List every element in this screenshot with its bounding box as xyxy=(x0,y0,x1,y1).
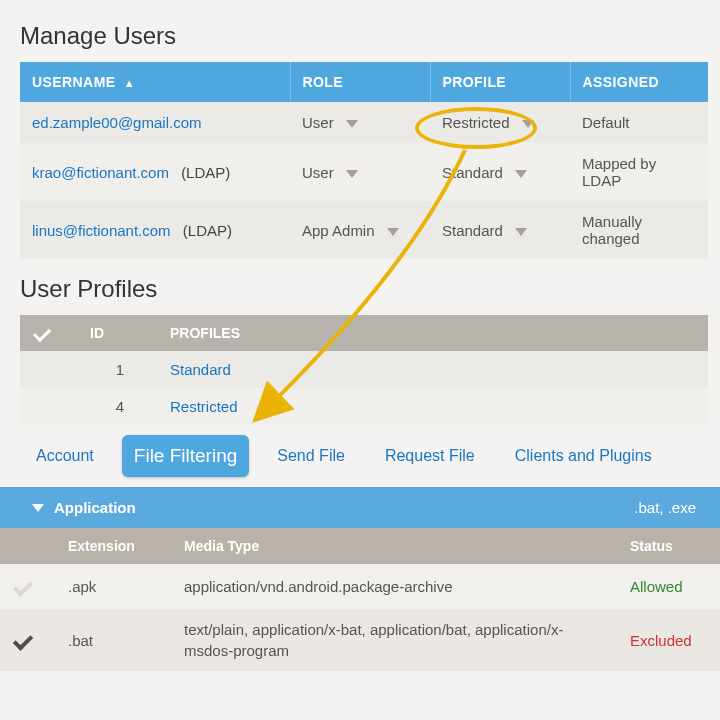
ldap-tag: (LDAP) xyxy=(183,222,232,239)
filter-row-checkbox[interactable] xyxy=(0,618,58,663)
role-dropdown[interactable]: App Admin xyxy=(302,222,399,239)
caret-down-icon xyxy=(522,120,534,128)
tab-file-filtering[interactable]: File Filtering xyxy=(122,435,249,477)
tab-send-file[interactable]: Send File xyxy=(265,437,357,475)
role-value: App Admin xyxy=(302,222,375,239)
col-header-username[interactable]: USERNAME ▲ xyxy=(20,62,290,102)
profile-value: Standard xyxy=(442,222,503,239)
check-icon xyxy=(33,324,51,342)
user-row: ed.zample00@gmail.com User Restricted De… xyxy=(20,102,708,143)
caret-down-icon xyxy=(387,228,399,236)
role-dropdown[interactable]: User xyxy=(302,164,358,181)
file-filter-header: Extension Media Type Status xyxy=(0,528,720,564)
filter-row-checkbox[interactable] xyxy=(0,564,58,609)
profile-dropdown[interactable]: Standard xyxy=(442,222,527,239)
user-row: linus@fictionant.com (LDAP) App Admin St… xyxy=(20,201,708,259)
profile-dropdown[interactable]: Standard xyxy=(442,164,527,181)
username-link[interactable]: krao@fictionant.com xyxy=(32,164,169,181)
profile-row: 1 Standard xyxy=(20,351,708,388)
profile-value: Restricted xyxy=(442,114,510,131)
col-header-role[interactable]: ROLE xyxy=(290,62,430,102)
profiles-header-row: ID PROFILES xyxy=(20,315,708,351)
role-value: User xyxy=(302,114,334,131)
filter-status: Allowed xyxy=(620,564,720,609)
check-icon xyxy=(13,630,34,651)
profiles-select-all[interactable] xyxy=(20,315,80,351)
user-row: krao@fictionant.com (LDAP) User Standard… xyxy=(20,143,708,201)
filter-row: .bat text/plain, application/x-bat, appl… xyxy=(0,609,720,671)
filter-media-type: text/plain, application/x-bat, applicati… xyxy=(174,609,620,671)
assigned-value: Manually changed xyxy=(570,201,708,259)
col-header-username-label: USERNAME xyxy=(32,74,115,90)
profile-row: 4 Restricted xyxy=(20,388,708,425)
assigned-value: Default xyxy=(570,102,708,143)
check-icon xyxy=(13,576,34,597)
filter-status: Excluded xyxy=(620,618,720,663)
col-header-assigned[interactable]: ASSIGNED xyxy=(570,62,708,102)
profile-id: 1 xyxy=(80,351,160,388)
caret-down-icon xyxy=(346,120,358,128)
profile-tabs: Account File Filtering Send File Request… xyxy=(20,435,708,477)
filter-extension: .apk xyxy=(58,564,174,609)
profile-id: 4 xyxy=(80,388,160,425)
col-header-extension[interactable]: Extension xyxy=(58,528,174,564)
caret-down-icon xyxy=(515,170,527,178)
col-header-profile[interactable]: PROFILE xyxy=(430,62,570,102)
col-header-id[interactable]: ID xyxy=(80,315,160,351)
profile-value: Standard xyxy=(442,164,503,181)
application-group-bar[interactable]: Application .bat, .exe xyxy=(0,487,720,528)
role-value: User xyxy=(302,164,334,181)
role-dropdown[interactable]: User xyxy=(302,114,358,131)
caret-down-icon xyxy=(346,170,358,178)
chevron-down-icon xyxy=(32,504,44,512)
profile-link-standard[interactable]: Standard xyxy=(170,361,231,378)
profile-row-checkbox[interactable] xyxy=(20,388,80,425)
profile-dropdown[interactable]: Restricted xyxy=(442,114,534,131)
tab-clients-plugins[interactable]: Clients and Plugins xyxy=(503,437,664,475)
username-link[interactable]: linus@fictionant.com xyxy=(32,222,171,239)
filter-extension: .bat xyxy=(58,618,174,663)
caret-down-icon xyxy=(515,228,527,236)
tab-request-file[interactable]: Request File xyxy=(373,437,487,475)
col-header-profiles[interactable]: PROFILES xyxy=(160,315,708,351)
col-header-media-type[interactable]: Media Type xyxy=(174,528,620,564)
manage-users-title: Manage Users xyxy=(20,22,708,50)
ldap-tag: (LDAP) xyxy=(181,164,230,181)
filter-media-type: application/vnd.android.package-archive xyxy=(174,566,620,607)
manage-users-table: USERNAME ▲ ROLE PROFILE ASSIGNED ed.zamp… xyxy=(20,62,708,259)
application-group-summary: .bat, .exe xyxy=(634,499,696,516)
filter-row: .apk application/vnd.android.package-arc… xyxy=(0,564,720,609)
col-header-status[interactable]: Status xyxy=(620,528,720,564)
username-link[interactable]: ed.zample00@gmail.com xyxy=(32,114,201,131)
user-profiles-title: User Profiles xyxy=(20,275,708,303)
profile-link-restricted[interactable]: Restricted xyxy=(170,398,238,415)
sort-ascending-icon: ▲ xyxy=(124,77,135,89)
tab-account[interactable]: Account xyxy=(24,437,106,475)
assigned-value: Mapped by LDAP xyxy=(570,143,708,201)
profile-row-checkbox[interactable] xyxy=(20,351,80,388)
application-group-label: Application xyxy=(54,499,136,516)
